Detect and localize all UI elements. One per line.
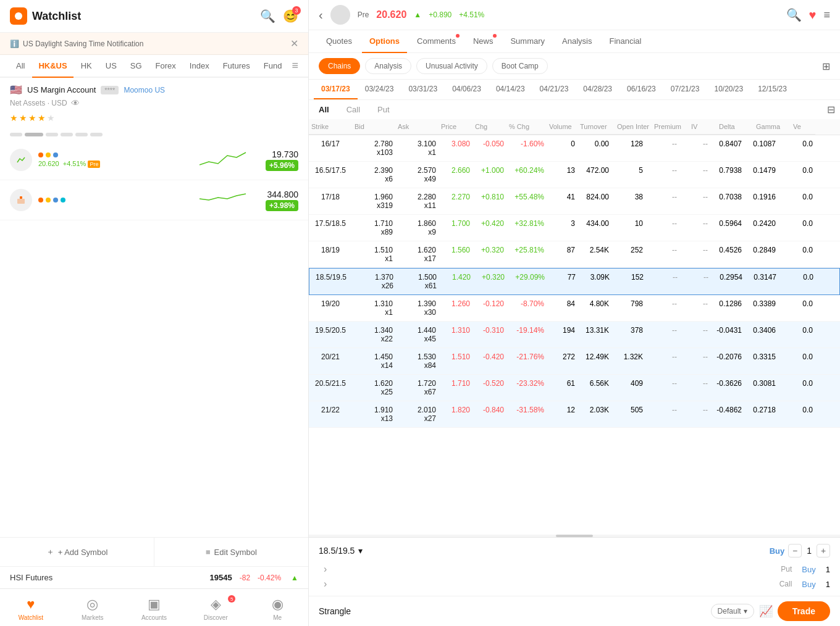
table-row[interactable]: 16/17 2.780 x103 3.100 x1 3.080 -0.050 -… (309, 135, 840, 162)
tab-financial[interactable]: Financial (602, 30, 649, 53)
view-tab-put[interactable]: Put (372, 102, 395, 117)
svg-rect-1 (17, 199, 25, 204)
app-logo (10, 7, 27, 25)
order-buy-label[interactable]: Buy (770, 546, 785, 556)
cell-open-int: 128 (611, 135, 645, 161)
table-row[interactable]: 20/21 1.450 x14 1.530 x84 1.510 -0.420 -… (309, 348, 840, 375)
columns-settings-icon[interactable]: ⊟ (827, 104, 835, 115)
nav-accounts[interactable]: ▣ Accounts (124, 594, 185, 624)
trade-button[interactable]: Trade (778, 601, 830, 621)
filter-settings-icon[interactable]: ⊞ (822, 61, 830, 72)
nav-discover[interactable]: ◈ Discover 5 (185, 594, 246, 624)
date-tab-1020[interactable]: 10/20/23 (707, 80, 750, 99)
hsi-value: 19545 (210, 573, 232, 582)
table-row[interactable]: 18.5/19.5 1.370 x26 1.500 x61 1.420 +0.3… (309, 268, 840, 295)
table-row[interactable]: 21/22 1.910 x13 2.010 x27 1.820 -0.840 -… (309, 401, 840, 428)
table-row[interactable]: 19.5/20.5 1.340 x22 1.440 x45 1.310 -0.3… (309, 322, 840, 348)
tab-all[interactable]: All (10, 55, 31, 78)
cell-volume: 87 (547, 241, 578, 267)
put-action: Buy (802, 565, 815, 574)
search-right-icon[interactable]: 🔍 (786, 7, 802, 22)
tab-forex[interactable]: Forex (149, 55, 182, 78)
qty-minus-button[interactable]: − (788, 544, 802, 557)
favorite-icon[interactable]: ♥ (809, 8, 817, 22)
tab-summary[interactable]: Summary (503, 30, 552, 53)
header-gamma: Gamma (754, 119, 791, 135)
expand-icon[interactable]: ▲ (291, 574, 298, 582)
tab-hkus[interactable]: HK&US (32, 55, 73, 78)
table-row[interactable]: 19/20 1.310 x1 1.390 x30 1.260 -0.120 -8… (309, 295, 840, 322)
default-dropdown-button[interactable]: Default ▾ (711, 604, 754, 619)
tab-options[interactable]: Options (362, 30, 407, 53)
date-tab-0406[interactable]: 04/06/23 (445, 80, 489, 99)
cell-price: 1.420 (439, 269, 473, 294)
cell-bid: 1.910 x13 (352, 401, 395, 427)
filter-analysis[interactable]: Analysis (365, 58, 411, 74)
cell-price: 2.270 (439, 188, 472, 214)
tab-sg[interactable]: SG (124, 55, 148, 78)
cell-volume: 194 (547, 322, 578, 348)
view-tab-call[interactable]: Call (342, 102, 365, 117)
eye-icon[interactable]: 👁 (71, 98, 80, 108)
chart-icon[interactable]: 📈 (759, 604, 773, 618)
cell-gamma: 0.1479 (744, 162, 778, 188)
date-tab-0317[interactable]: 03/17/23 (314, 80, 358, 99)
expand-icon-call[interactable]: › (324, 578, 327, 590)
table-row[interactable]: 18/19 1.510 x1 1.620 x17 1.560 +0.320 +2… (309, 241, 840, 268)
add-symbol-button[interactable]: ＋ + Add Symbol (0, 538, 154, 566)
cell-strike: 20.5/21.5 (309, 375, 352, 401)
filter-chains[interactable]: Chains (319, 58, 360, 74)
filter-boot-camp[interactable]: Boot Camp (492, 58, 548, 74)
balance-dot-1 (10, 133, 22, 136)
expand-icon-put[interactable]: › (324, 564, 327, 575)
date-tab-0331[interactable]: 03/31/23 (401, 80, 445, 99)
cell-bid: 1.450 x14 (352, 348, 395, 374)
table-row[interactable]: 20.5/21.5 1.620 x25 1.720 x67 1.710 -0.5… (309, 375, 840, 401)
date-tab-0414[interactable]: 04/14/23 (489, 80, 532, 99)
table-row[interactable]: 17.5/18.5 1.710 x89 1.860 x9 1.700 +0.42… (309, 215, 840, 241)
date-tab-0616[interactable]: 06/16/23 (620, 80, 663, 99)
table-row[interactable]: 16.5/17.5 2.390 x6 2.570 x49 2.660 +1.00… (309, 162, 840, 188)
qty-plus-button[interactable]: + (817, 544, 830, 557)
view-tab-all[interactable]: All (314, 102, 334, 117)
list-item[interactable]: 344.800 +3.98% (0, 180, 308, 220)
tab-futures[interactable]: Futures (217, 55, 256, 78)
tab-index[interactable]: Index (183, 55, 216, 78)
nav-markets[interactable]: ◎ Markets (62, 594, 124, 624)
back-button[interactable]: ‹ (319, 8, 323, 22)
date-tab-0421[interactable]: 04/21/23 (532, 80, 576, 99)
date-tab-0428[interactable]: 04/28/23 (576, 80, 620, 99)
tab-news[interactable]: News (466, 30, 501, 53)
nav-watchlist[interactable]: ♥ Watchlist (0, 594, 62, 624)
filter-unusual-activity[interactable]: Unusual Activity (416, 58, 487, 74)
edit-symbol-button[interactable]: ≡ Edit Symbol (154, 538, 308, 566)
cell-ask: 1.390 x30 (395, 295, 439, 321)
cell-premium: -- (645, 135, 679, 161)
date-tab-1215[interactable]: 12/15/23 (750, 80, 794, 99)
cell-premium: -- (645, 188, 679, 214)
cell-turnover: 472.00 (578, 162, 611, 188)
tab-hk[interactable]: HK (75, 55, 98, 78)
list-item[interactable]: 20.620 +4.51% Pre 19.730 +5.96% (0, 140, 308, 180)
search-icon[interactable]: 🔍 (260, 9, 275, 23)
tabs-overflow-icon[interactable]: ≡ (292, 59, 298, 72)
tab-analysis[interactable]: Analysis (555, 30, 599, 53)
cell-strike: 16.5/17.5 (309, 162, 352, 188)
tab-comments[interactable]: Comments (410, 30, 463, 53)
close-icon[interactable]: ✕ (290, 38, 298, 49)
more-icon[interactable]: ≡ (823, 9, 830, 22)
cell-price: 3.080 (439, 135, 472, 161)
notifications-button[interactable]: 😊 3 (283, 9, 298, 23)
table-row[interactable]: 17/18 1.960 x319 2.280 x11 2.270 +0.810 … (309, 188, 840, 215)
cell-ask: 1.620 x17 (395, 241, 439, 267)
tab-us[interactable]: US (99, 55, 123, 78)
date-tab-0721[interactable]: 07/21/23 (663, 80, 707, 99)
cell-pct-chg: +32.81% (506, 215, 547, 241)
tab-quotes[interactable]: Quotes (319, 30, 359, 53)
cell-bid: 1.510 x1 (352, 241, 395, 267)
nav-me[interactable]: ◉ Me (246, 594, 308, 624)
date-tab-0324[interactable]: 03/24/23 (358, 80, 401, 99)
tab-fund[interactable]: Fund (258, 55, 288, 78)
cell-gamma: 0.2849 (744, 241, 778, 267)
flag-icon: 🇺🇸 (10, 84, 22, 96)
